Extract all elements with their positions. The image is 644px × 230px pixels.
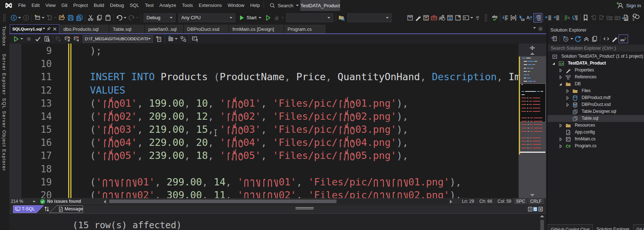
connect-db-icon[interactable] bbox=[54, 34, 63, 43]
expander-closed-icon[interactable] bbox=[565, 95, 570, 101]
toolbar-overflow-icon[interactable] bbox=[474, 13, 482, 22]
status-encoding[interactable]: SPC bbox=[514, 198, 527, 205]
tree-item-dbproduct-xsd[interactable]: DBProDuct.xsd bbox=[548, 101, 644, 108]
menu-edit[interactable]: Edit bbox=[29, 0, 42, 11]
sign-in-button[interactable]: Sign in bbox=[616, 0, 641, 11]
start-no-debug-icon[interactable] bbox=[264, 13, 272, 22]
minimap-viewport[interactable] bbox=[519, 83, 546, 122]
tab-list-caret-icon[interactable] bbox=[533, 27, 536, 29]
tab-options-gear-icon[interactable] bbox=[538, 26, 543, 32]
new-query-icon[interactable] bbox=[154, 34, 164, 43]
tab-message[interactable]: Message bbox=[49, 205, 83, 213]
tree-item-table-designer-sql[interactable]: Table.Designer.sql bbox=[548, 108, 644, 115]
doc-tab-program-cs[interactable]: Program.cs bbox=[284, 25, 326, 33]
menu-git[interactable]: Git bbox=[58, 0, 70, 11]
tree-item-dbproduct-mdf[interactable]: DBProduct.mdf bbox=[548, 94, 644, 101]
expander-open-icon[interactable] bbox=[558, 81, 564, 87]
nav-back-icon[interactable] bbox=[9, 13, 22, 22]
doc-tab-table-sql[interactable]: Table.sql bbox=[110, 25, 144, 33]
code-editor[interactable]: 9);1011INSERT INTO Products (ProductName… bbox=[9, 44, 546, 198]
terminal-icon[interactable] bbox=[462, 13, 474, 22]
scroll-up-arrow-icon[interactable] bbox=[530, 52, 535, 55]
expander-closed-icon[interactable] bbox=[558, 143, 564, 149]
pending-changes-filter-icon[interactable] bbox=[561, 34, 574, 43]
tree-item-db[interactable]: DB bbox=[548, 81, 644, 87]
hscroll-right-arrow-icon[interactable] bbox=[450, 200, 453, 204]
view-code-icon[interactable] bbox=[602, 34, 610, 43]
undo-icon[interactable] bbox=[115, 13, 127, 22]
solution-explorer-window-icon[interactable] bbox=[406, 13, 414, 22]
menu-extensions[interactable]: Extensions bbox=[196, 0, 225, 11]
startup-combo[interactable] bbox=[286, 13, 333, 22]
tab-tsql[interactable]: T-SQL bbox=[13, 205, 44, 213]
toolbar-grip[interactable] bbox=[3, 14, 6, 22]
editor-splitter-icon[interactable] bbox=[529, 45, 536, 50]
switch-views-icon[interactable] bbox=[550, 34, 558, 43]
menu-tools[interactable]: Tools bbox=[179, 0, 196, 11]
show-all-files-icon[interactable] bbox=[590, 34, 599, 43]
doc-tab-sqlquery1-sql[interactable]: SQLQuery1.sql * bbox=[10, 24, 59, 33]
status-line-ending[interactable]: CRLF bbox=[528, 198, 544, 205]
tree-item-testdata-product[interactable]: C#TestDATA_Product bbox=[548, 60, 644, 67]
multi-caret-icon[interactable] bbox=[517, 13, 525, 22]
execute-query-icon[interactable] bbox=[12, 34, 24, 43]
panel-tab-solution-explorer[interactable]: Solution Explorer bbox=[594, 224, 632, 230]
tree-item-program-cs[interactable]: C#Program.cs bbox=[548, 143, 644, 149]
menu-help[interactable]: Help bbox=[247, 0, 263, 11]
tree-item-properties[interactable]: Properties bbox=[548, 67, 644, 74]
estimated-plan-icon[interactable] bbox=[42, 34, 51, 43]
tree-item-table-sql[interactable]: Table.sql bbox=[548, 115, 644, 122]
toggle-outlining-icon[interactable] bbox=[533, 13, 542, 22]
results-grid-icon[interactable] bbox=[166, 34, 179, 43]
comment-lines-icon[interactable] bbox=[563, 13, 571, 22]
side-tab-sql-server-object-explorer[interactable]: SQL Server Object Explorer bbox=[1, 98, 7, 171]
prev-bookmark-icon[interactable] bbox=[590, 13, 598, 22]
no-issues-check-icon[interactable] bbox=[40, 199, 45, 204]
hot-reload-icon[interactable] bbox=[272, 13, 285, 22]
change-connection-icon[interactable] bbox=[63, 34, 72, 43]
split-horizontal-icon[interactable] bbox=[533, 207, 537, 211]
connection-combo[interactable]: D:\T_MEGA\GITHUBCODE\C#\TES bbox=[83, 35, 153, 43]
doc-tab-frmmain-cs-design-[interactable]: frmMain.cs [Design] bbox=[229, 25, 284, 33]
cut-icon[interactable] bbox=[86, 13, 95, 22]
tree-item-files[interactable]: Files bbox=[548, 87, 644, 94]
panel-tab-github-copilot-chat[interactable]: GitHub Copilot Chat bbox=[548, 224, 593, 230]
increase-indent-icon[interactable] bbox=[553, 13, 561, 22]
expander-closed-icon[interactable] bbox=[558, 123, 564, 128]
tree-item-references[interactable]: References bbox=[548, 74, 644, 81]
expander-closed-icon[interactable] bbox=[558, 74, 564, 80]
tree-item-app-config[interactable]: App.config bbox=[548, 129, 644, 136]
menu-window[interactable]: Window bbox=[225, 0, 247, 11]
add-item-icon[interactable] bbox=[45, 13, 58, 22]
expander-open-icon[interactable] bbox=[551, 61, 557, 66]
redo-icon[interactable] bbox=[127, 13, 140, 22]
next-bookmark-icon[interactable] bbox=[598, 13, 606, 22]
pane-drag-handle[interactable] bbox=[296, 207, 314, 209]
toggle-bookmark-icon[interactable] bbox=[582, 13, 590, 22]
expander-closed-icon[interactable] bbox=[565, 102, 570, 108]
refresh-icon[interactable] bbox=[574, 34, 582, 43]
menu-view[interactable]: View bbox=[42, 0, 58, 11]
collapse-all-icon[interactable] bbox=[582, 34, 590, 43]
menu-build[interactable]: Build bbox=[91, 0, 107, 11]
spell-check-icon[interactable]: abc bbox=[491, 13, 499, 22]
intellisense-icon[interactable] bbox=[190, 34, 199, 43]
menu-debug[interactable]: Debug bbox=[107, 0, 127, 11]
copy-icon[interactable] bbox=[95, 13, 104, 22]
tree-item-frmmain-cs[interactable]: frmMain.cs bbox=[548, 136, 644, 143]
object-browser-icon[interactable] bbox=[438, 13, 446, 22]
scroll-down-arrow-icon[interactable] bbox=[530, 194, 535, 197]
cancel-query-icon[interactable] bbox=[24, 34, 33, 43]
doc-tab-dbproduct-xsd[interactable]: DBProDuct.xsd bbox=[184, 25, 228, 33]
side-tab-toolbox[interactable]: Toolbox bbox=[1, 26, 7, 46]
menu-sql[interactable]: SQL bbox=[127, 0, 142, 11]
horizontal-scrollbar[interactable] bbox=[108, 199, 449, 204]
swap-panes-icon[interactable] bbox=[44, 206, 50, 212]
expander-closed-icon[interactable] bbox=[558, 67, 564, 73]
disconnect-db-icon[interactable] bbox=[72, 34, 81, 43]
paste-icon[interactable] bbox=[104, 13, 112, 22]
tree-item-resources[interactable]: Resources bbox=[548, 122, 644, 129]
menu-test[interactable]: Test bbox=[142, 0, 157, 11]
toolbox-icon[interactable] bbox=[430, 13, 438, 22]
prev-bookmark-folder-icon[interactable] bbox=[606, 13, 614, 22]
